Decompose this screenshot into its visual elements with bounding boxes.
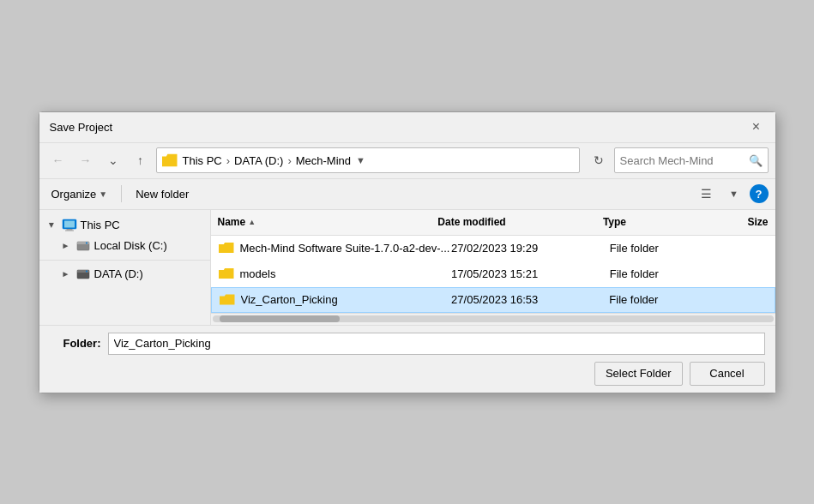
toolbar-right: ☰ ▼ ? bbox=[695, 182, 769, 206]
table-row[interactable]: models 17/05/2023 15:21 File folder bbox=[211, 261, 775, 287]
column-header-size[interactable]: Size bbox=[713, 216, 768, 228]
scrollbar-track bbox=[213, 315, 774, 322]
svg-point-6 bbox=[86, 242, 87, 243]
horizontal-scrollbar[interactable] bbox=[211, 313, 775, 325]
sidebar-item-local-disk-c-label: Local Disk (C:) bbox=[94, 239, 167, 252]
folder-label: Folder: bbox=[50, 337, 101, 350]
file-date: 17/05/2023 15:21 bbox=[451, 267, 610, 280]
sidebar-item-data-d[interactable]: ► DATA (D:) bbox=[39, 264, 210, 285]
sidebar-item-data-d-label: DATA (D:) bbox=[94, 267, 143, 280]
path-segment-thispc: This PC bbox=[183, 154, 222, 167]
up-button[interactable]: ↑ bbox=[129, 148, 153, 172]
folder-row: Folder: bbox=[50, 333, 765, 355]
expand-arrow-this-pc: ► bbox=[46, 219, 58, 231]
file-date: 27/05/2023 16:53 bbox=[451, 293, 609, 306]
expand-arrow-d: ► bbox=[60, 268, 72, 280]
file-list-header: Name ▲ Date modified Type Size bbox=[211, 210, 775, 236]
folder-icon bbox=[218, 265, 235, 282]
toolbar-separator bbox=[121, 185, 122, 202]
organize-dropdown-arrow: ▼ bbox=[99, 189, 107, 199]
help-label: ? bbox=[756, 188, 763, 201]
folder-input[interactable] bbox=[108, 333, 765, 355]
folder-icon bbox=[219, 291, 236, 309]
new-folder-button[interactable]: New folder bbox=[130, 186, 194, 202]
file-date: 27/02/2023 19:29 bbox=[451, 242, 610, 255]
file-type: File folder bbox=[610, 267, 715, 280]
refresh-button[interactable]: ↻ bbox=[587, 148, 611, 172]
sidebar-item-local-disk-c[interactable]: ► Local Disk (C:) bbox=[39, 236, 210, 256]
forward-button[interactable]: → bbox=[74, 148, 98, 172]
file-name: Mech-Mind Software Suite-1.7.0-a2-dev-..… bbox=[240, 242, 451, 255]
main-area: ► This PC ► bbox=[39, 210, 775, 325]
sidebar-item-this-pc-label: This PC bbox=[81, 219, 120, 231]
view-icon: ☰ bbox=[701, 187, 712, 201]
svg-rect-2 bbox=[66, 229, 72, 231]
navigation-bar: ← → ⌄ ↑ This PC › DATA (D:) › Mech-Mind … bbox=[39, 143, 775, 179]
sidebar-item-this-pc[interactable]: ► This PC bbox=[39, 215, 210, 236]
svg-rect-1 bbox=[64, 220, 75, 227]
column-header-date[interactable]: Date modified bbox=[437, 216, 603, 228]
path-dropdown-arrow[interactable]: ▼ bbox=[356, 155, 365, 165]
path-folder-icon bbox=[162, 153, 178, 168]
organize-button[interactable]: Organize ▼ bbox=[46, 186, 113, 202]
close-button[interactable]: × bbox=[748, 118, 765, 135]
path-segment-mechmind: Mech-Mind bbox=[296, 154, 351, 167]
new-folder-label: New folder bbox=[136, 188, 189, 201]
path-bar[interactable]: This PC › DATA (D:) › Mech-Mind ▼ bbox=[156, 147, 580, 173]
sort-arrow-name: ▲ bbox=[248, 218, 256, 226]
recent-locations-button[interactable]: ⌄ bbox=[101, 148, 125, 172]
dialog-title: Save Project bbox=[50, 121, 113, 134]
file-type: File folder bbox=[609, 293, 715, 306]
column-header-type[interactable]: Type bbox=[603, 216, 713, 228]
search-bar: 🔍 bbox=[614, 147, 769, 173]
footer-buttons: Select Folder Cancel bbox=[50, 362, 765, 386]
pc-icon bbox=[62, 218, 77, 233]
toolbar: Organize ▼ New folder ☰ ▼ ? bbox=[39, 179, 775, 210]
table-row[interactable]: Viz_Carton_Picking 27/05/2023 16:53 File… bbox=[211, 287, 775, 313]
path-segment-data: DATA (D:) bbox=[234, 154, 283, 167]
search-icon: 🔍 bbox=[749, 154, 763, 167]
organize-label: Organize bbox=[51, 188, 97, 201]
disk-c-icon bbox=[75, 238, 91, 254]
title-bar: Save Project × bbox=[39, 112, 775, 143]
svg-rect-3 bbox=[65, 230, 74, 231]
back-button[interactable]: ← bbox=[46, 148, 70, 172]
file-rows: Mech-Mind Software Suite-1.7.0-a2-dev-..… bbox=[211, 236, 775, 313]
view-button[interactable]: ☰ bbox=[695, 182, 719, 206]
file-type: File folder bbox=[610, 242, 715, 255]
search-input[interactable] bbox=[620, 154, 745, 167]
svg-point-9 bbox=[86, 270, 87, 272]
file-name: models bbox=[240, 267, 451, 280]
expand-arrow-c: ► bbox=[60, 240, 72, 252]
select-folder-button[interactable]: Select Folder bbox=[594, 362, 683, 386]
file-list: Name ▲ Date modified Type Size bbox=[211, 210, 775, 325]
footer: Folder: Select Folder Cancel bbox=[39, 325, 775, 393]
scrollbar-thumb bbox=[220, 315, 340, 322]
column-header-name[interactable]: Name ▲ bbox=[218, 216, 438, 228]
save-project-dialog: Save Project × ← → ⌄ ↑ This PC › DATA (D… bbox=[39, 111, 776, 393]
disk-d-icon bbox=[75, 267, 91, 282]
view-dropdown-button[interactable]: ▼ bbox=[722, 182, 746, 206]
sidebar-divider bbox=[39, 260, 210, 261]
help-button[interactable]: ? bbox=[750, 184, 769, 203]
sidebar: ► This PC ► bbox=[39, 210, 211, 325]
cancel-button[interactable]: Cancel bbox=[690, 362, 765, 386]
table-row[interactable]: Mech-Mind Software Suite-1.7.0-a2-dev-..… bbox=[211, 236, 775, 261]
file-name: Viz_Carton_Picking bbox=[241, 293, 452, 306]
folder-icon bbox=[218, 239, 235, 256]
